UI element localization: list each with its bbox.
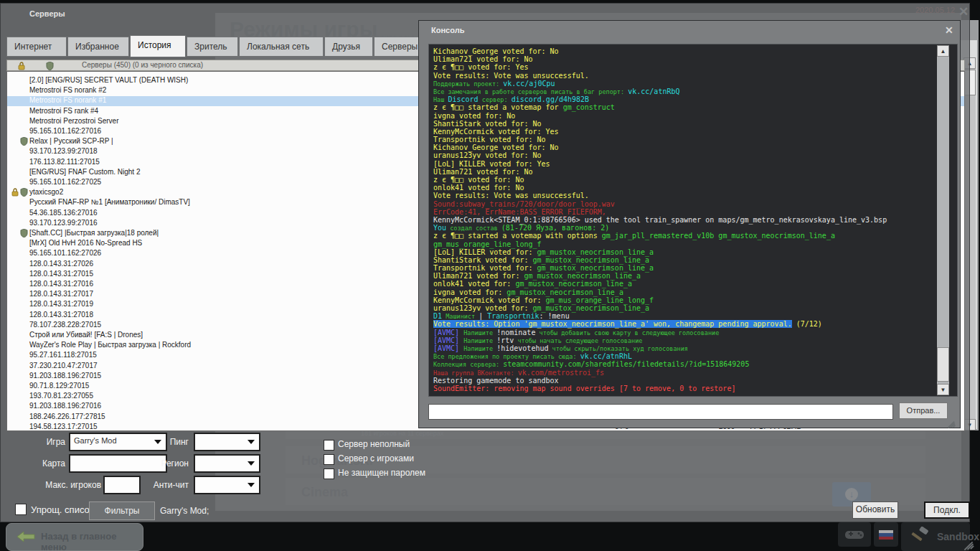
checkbox-label: Не защищен паролем (338, 468, 425, 478)
anticheat-filter-label: Анти-чит (130, 480, 189, 490)
console-text-segment: Напишите (463, 345, 496, 352)
console-text-segment: сервер: (479, 96, 512, 103)
console-line: [AVMC] Напишите !rtv чтобы начать следую… (433, 336, 957, 344)
console-text-segment: Наш (433, 96, 448, 103)
console-text-segment: [AVMC] (433, 329, 463, 336)
console-line: Uliman721 voted for: No (433, 55, 957, 63)
console-text-segment: ivgna voted for: (433, 288, 507, 296)
filters-button[interactable]: Фильтры (89, 501, 155, 520)
console-text-segment: (7/12) (792, 320, 822, 328)
console-text-segment: чтобы добавить свою карту в следующее го… (535, 329, 719, 336)
connect-button[interactable]: Подкл. (924, 501, 970, 519)
server-name: 93.170.123.99:27016 (29, 219, 98, 227)
checkbox-server-not-full[interactable] (324, 440, 334, 451)
console-text-segment: Коллекция сервера: (433, 361, 503, 368)
console-text-segment: vk.cc/atnRbQ (628, 88, 679, 95)
server-name: [Shaft.CC] |Быстрая загрузка|18 ролей| (29, 229, 159, 237)
console-text-segment: [AVMC] (433, 344, 463, 352)
console-text-segment: steamcommunity.com/sharedfiles/filedetai… (503, 360, 749, 368)
console-text-segment: D1 (433, 312, 442, 320)
tab-internet[interactable]: Интернет (6, 37, 67, 57)
anticheat-filter-select[interactable] (194, 476, 260, 494)
sandbox-label: Sandbox (937, 531, 979, 542)
sandbox-gamemode-tile[interactable]: Sandbox (901, 522, 970, 551)
console-scrollbar[interactable] (937, 57, 949, 384)
server-name: 128.0.143.31:27016 (29, 280, 93, 288)
server-name: 128.0.143.31:27015 (29, 270, 93, 278)
console-text-segment: создал состав (446, 225, 501, 232)
console-text-segment: !nominate (496, 329, 535, 336)
column-servers: Серверы (450) (0 из черного списка) (82, 61, 203, 69)
console-line: Vote results: Vote was unsuccessful. (433, 192, 957, 199)
shield-icon (20, 229, 28, 239)
simple-list-label: Упрощ. список (31, 504, 93, 515)
console-input[interactable] (428, 404, 893, 420)
checkbox-label: Сервер с игроками (338, 453, 414, 463)
server-name: 188.246.226.177:27815 (29, 413, 105, 420)
console-text-segment: Поддержать проект: (433, 80, 503, 88)
console-line: Restoring gamemode to sandbox (433, 377, 957, 385)
console-text-segment: gm_jar_pll_remastered_v10b gm_mustox_neo… (602, 232, 835, 240)
server-name: 78.107.238.228:27015 (29, 321, 101, 329)
tab-friends[interactable]: Друзья (324, 37, 373, 57)
console-text-segment: Все замечания в работе серверов писать в… (433, 88, 628, 95)
console-text-segment: Напишите (463, 329, 496, 336)
scroll-down-icon[interactable]: ▼ (937, 384, 949, 395)
console-text-segment: discord.gg/d4h982B (512, 95, 589, 103)
console-line: ivgna voted for: gm_mustox_neocrimson_li… (433, 288, 957, 296)
console-text-segment: Наша группа ВКонтакте: (433, 369, 518, 377)
console-text-segment: [LoL] KILLER voted for: Yes (433, 160, 550, 168)
close-icon[interactable]: ✕ (945, 24, 953, 36)
console-text-segment: gm_mustox_neocrimson_line_a (532, 304, 649, 312)
console-text-segment: !rtv (496, 336, 514, 344)
console-text-segment: ivgna voted for: No (433, 112, 515, 120)
language-flag-tile[interactable] (874, 522, 898, 547)
console-line: gm_mus_orange_line_long_f (433, 240, 957, 248)
server-name: 128.0.143.31:27026 (29, 260, 93, 268)
console-text-segment: gm_mustox_neocrimson_line_a (524, 272, 641, 280)
console-text-segment: Discord (448, 95, 478, 103)
server-name: 128.0.143.31:27017 (29, 290, 93, 298)
checkbox-simple-list[interactable] (15, 504, 27, 515)
console-text-segment: uranus123yv voted for: No (433, 151, 542, 159)
console-line: ivgna voted for: No (433, 112, 957, 120)
region-filter-label: Регион (151, 458, 189, 468)
console-text-segment: ShantiStark voted for: No (433, 120, 542, 128)
tab-spectate[interactable]: Зритель (187, 37, 238, 57)
console-line: [AVMC] Напишите !hidevotehud чтобы скрыт… (433, 344, 957, 352)
console-output[interactable]: Kichanov_George voted for: NoUliman721 v… (428, 44, 958, 397)
console-text-segment: z є ¶□□ started a votemap for (433, 103, 563, 111)
refresh-button[interactable]: Обновить (852, 501, 898, 519)
console-text-segment: onlok41 voted for: (433, 280, 515, 288)
console-text-segment: Vote results: Vote was unsuccessful. (433, 72, 589, 80)
console-text-segment: Uliman721 voted for: No (433, 55, 532, 63)
tab-history[interactable]: История (130, 35, 186, 57)
console-line: KennyMcCormick voted for: gm_mus_orange_… (433, 296, 957, 304)
console-line: z є ¶□□ voted for: No (433, 176, 957, 184)
console-line: Все замечания в работе серверов писать в… (433, 88, 957, 95)
tab-lan[interactable]: Локальная сеть (239, 37, 324, 57)
back-to-main-menu-button[interactable]: Назад в главное меню (6, 523, 143, 551)
send-button[interactable]: Отправ... (899, 402, 948, 419)
gamepad-tile[interactable] (838, 522, 871, 547)
console-line: Наш Discord сервер: discord.gg/d4h982B (433, 95, 957, 103)
console-text-segment: z є ¶□□ voted for: Yes (433, 63, 528, 71)
tab-favorites[interactable]: Избранное (67, 37, 129, 57)
console-text-segment: gm_mus_orange_line_long_f (433, 240, 542, 248)
console-line: Uliman721 voted for: No (433, 168, 957, 176)
console-line: onlok41 voted for: gm_mustox_neocrimson_… (433, 280, 957, 288)
console-text-segment: KennyMcCormick voted for: (433, 296, 546, 304)
console-text-segment: z є ¶□□ voted for: No (433, 176, 524, 184)
console-text-segment: SoundEmitter: removing map sound overrid… (433, 385, 735, 392)
console-text-segment: [AVMC] (433, 336, 463, 344)
scrollbar-thumb[interactable] (937, 347, 949, 382)
ping-filter-select[interactable] (194, 433, 260, 451)
console-text-segment: [LoL] KILLER voted for: (433, 248, 537, 256)
checkbox-server-with-players[interactable] (324, 454, 334, 465)
checkbox-not-password-protected[interactable] (324, 468, 334, 479)
scroll-up-icon[interactable]: ▲ (937, 45, 949, 57)
console-line: Наша группа ВКонтакте: vk.com/metrostroi… (433, 369, 957, 377)
region-filter-select[interactable] (194, 454, 260, 473)
console-line: Vote results: Vote was unsuccessful. (433, 72, 957, 80)
game-filter-value: Garry's Mod (74, 436, 117, 445)
